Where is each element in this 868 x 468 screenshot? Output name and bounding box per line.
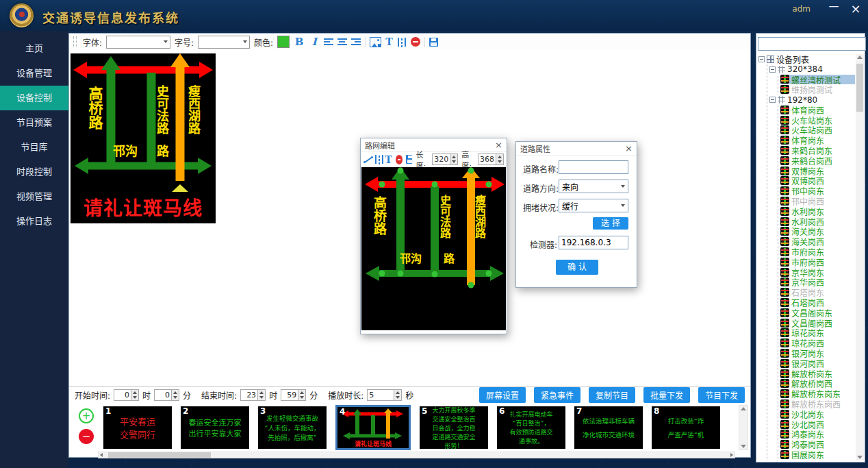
device-item[interactable]: 鸿泰岗东 bbox=[780, 429, 855, 439]
step-up-icon[interactable] bbox=[131, 390, 138, 395]
text-tool-icon[interactable] bbox=[385, 154, 392, 165]
frame-thumbnail-1[interactable]: 1平安春运交警同行 bbox=[103, 406, 172, 449]
device-item[interactable]: 海关岗东 bbox=[780, 227, 855, 237]
start-hour-stepper[interactable]: 0 bbox=[114, 389, 139, 401]
frame-thumbnail-5[interactable]: 5大力开展秋冬季交通安全整治百日会战，全力稳定道路交通安全形势！ bbox=[420, 406, 488, 449]
road-segment-icon[interactable] bbox=[374, 155, 381, 164]
sidebar-item-3[interactable]: 节目预案 bbox=[0, 110, 68, 135]
road-direction-select[interactable]: 来向 bbox=[559, 180, 628, 193]
close-icon[interactable]: × bbox=[625, 143, 633, 153]
device-item[interactable]: 市府岗西 bbox=[780, 257, 855, 267]
frame-thumbnail-7[interactable]: 7依法治理非标车辆净化城市交通环境 bbox=[574, 406, 643, 449]
size-select[interactable] bbox=[198, 36, 250, 49]
playlist-horizontal-scrollbar[interactable] bbox=[98, 452, 735, 458]
device-item[interactable]: 沙北岗西 bbox=[780, 419, 855, 430]
device-item[interactable]: 文昌阁岗东 bbox=[780, 308, 855, 318]
italic-button[interactable]: I bbox=[309, 36, 320, 48]
select-detector-button[interactable]: 选 择 bbox=[593, 217, 628, 230]
screen-settings-button[interactable]: 屏幕设置 bbox=[479, 387, 526, 403]
height-stepper[interactable]: 368 bbox=[478, 153, 504, 165]
end-minute-stepper[interactable]: 59 bbox=[281, 389, 306, 401]
step-up-icon[interactable] bbox=[258, 390, 265, 395]
device-item[interactable]: 火车站岗西 bbox=[780, 125, 855, 136]
save-icon[interactable] bbox=[429, 38, 438, 47]
editor-canvas[interactable]: 高桥路 史可法路 瘦西湖路 邗沟 路 bbox=[361, 167, 506, 330]
bold-button[interactable]: B bbox=[294, 36, 305, 48]
device-item[interactable]: 琼花岗西 bbox=[780, 338, 855, 348]
device-item[interactable]: 螺丝湾桥测试 bbox=[780, 75, 855, 85]
road-name-field[interactable] bbox=[559, 160, 628, 174]
step-down-icon[interactable] bbox=[450, 160, 457, 165]
insert-image-icon[interactable] bbox=[370, 37, 381, 47]
sidebar-item-2[interactable]: 设备控制 bbox=[0, 86, 68, 110]
device-item[interactable]: 体育岗西 bbox=[780, 105, 855, 115]
scroll-left-icon[interactable] bbox=[100, 453, 103, 457]
device-item[interactable]: 邗中岗东 bbox=[780, 186, 855, 196]
editor-window-titlebar[interactable]: 路网编辑 × bbox=[361, 138, 507, 152]
emergency-event-button[interactable]: 紧急事件 bbox=[534, 387, 580, 403]
insert-road-icon[interactable] bbox=[397, 38, 407, 47]
step-down-icon[interactable] bbox=[172, 395, 179, 401]
device-item[interactable]: 解放桥岗东 bbox=[780, 369, 855, 379]
end-hour-stepper[interactable]: 23 bbox=[240, 389, 266, 401]
minimize-icon[interactable]: — bbox=[827, 0, 841, 12]
color-swatch[interactable] bbox=[277, 36, 290, 48]
device-item[interactable]: 京华岗东 bbox=[780, 267, 855, 278]
start-minute-stepper[interactable]: 0 bbox=[154, 389, 179, 401]
toolbar-grip[interactable] bbox=[73, 36, 77, 47]
frame-thumbnail-4[interactable]: 4请礼让斑马线 bbox=[335, 405, 411, 450]
device-item[interactable]: 解放桥东岗西 bbox=[780, 399, 855, 409]
led-screen-preview[interactable]: 高桥路 史可法路 瘦西湖路 邗沟 路 请礼让斑马线 bbox=[71, 53, 216, 223]
device-item[interactable]: 火车站岗东 bbox=[780, 115, 855, 125]
font-select[interactable] bbox=[106, 36, 170, 49]
frame-thumbnail-8[interactable]: 8打击改装“炸严查严惩“机 bbox=[652, 406, 720, 449]
collapse-icon[interactable] bbox=[769, 66, 776, 73]
device-item[interactable]: 水利岗东 bbox=[780, 206, 855, 217]
close-icon[interactable]: × bbox=[495, 140, 502, 150]
remove-frame-button[interactable]: − bbox=[79, 429, 94, 444]
device-item[interactable]: 双博岗西 bbox=[780, 176, 855, 186]
device-item[interactable]: 双博岗东 bbox=[780, 166, 855, 176]
sidebar-item-6[interactable]: 视频管理 bbox=[0, 184, 68, 209]
device-item[interactable]: 沙北岗东 bbox=[780, 409, 855, 419]
align-right-icon[interactable] bbox=[351, 38, 361, 46]
step-down-icon[interactable] bbox=[496, 160, 503, 165]
scroll-right-icon[interactable] bbox=[730, 453, 733, 457]
device-item[interactable]: 银河岗西 bbox=[780, 358, 855, 369]
align-center-icon[interactable] bbox=[337, 38, 347, 46]
sidebar-item-1[interactable]: 设备管理 bbox=[0, 61, 68, 86]
device-item[interactable]: 国展岗西 bbox=[780, 460, 855, 460]
length-stepper[interactable]: 320 bbox=[432, 153, 458, 165]
step-up-icon[interactable] bbox=[450, 154, 457, 160]
device-item[interactable]: 维扬岗测试 bbox=[780, 84, 855, 95]
collapse-icon[interactable] bbox=[758, 56, 765, 62]
close-icon[interactable]: × bbox=[849, 1, 863, 16]
insert-text-icon[interactable] bbox=[385, 36, 392, 47]
device-group-320*384[interactable]: 320*384 bbox=[769, 64, 855, 75]
device-item[interactable]: 石塔岗东 bbox=[780, 287, 855, 297]
device-item[interactable]: 水利岗西 bbox=[780, 217, 855, 227]
collapse-icon[interactable] bbox=[769, 97, 776, 103]
device-tree-scrollbar[interactable] bbox=[856, 54, 864, 460]
congestion-select[interactable]: 缓行 bbox=[559, 199, 628, 212]
device-group-192*80[interactable]: 192*80 bbox=[769, 95, 855, 105]
delete-icon[interactable] bbox=[396, 155, 403, 164]
device-item[interactable]: 来鹤台岗西 bbox=[780, 156, 855, 166]
device-item[interactable]: 银河岗东 bbox=[780, 348, 855, 358]
step-up-icon[interactable] bbox=[394, 390, 401, 395]
device-item[interactable]: 琼花岗东 bbox=[780, 328, 855, 338]
step-up-icon[interactable] bbox=[496, 154, 503, 160]
properties-window-titlebar[interactable]: 道路属性 × bbox=[516, 142, 637, 156]
draw-line-icon[interactable] bbox=[363, 155, 371, 164]
copy-program-button[interactable]: 复制节目 bbox=[589, 387, 635, 403]
device-item[interactable]: 体育岗东 bbox=[780, 135, 855, 145]
step-down-icon[interactable] bbox=[258, 395, 265, 401]
confirm-button[interactable]: 确 认 bbox=[556, 260, 598, 275]
detector-field[interactable] bbox=[559, 236, 628, 249]
add-frame-button[interactable]: + bbox=[79, 408, 94, 423]
align-left-icon[interactable] bbox=[324, 38, 333, 46]
device-item[interactable]: 来鹤台岗东 bbox=[780, 145, 855, 156]
step-up-icon[interactable] bbox=[298, 390, 305, 395]
device-item[interactable]: 解放桥东岗东 bbox=[780, 389, 855, 399]
step-down-icon[interactable] bbox=[394, 395, 401, 401]
